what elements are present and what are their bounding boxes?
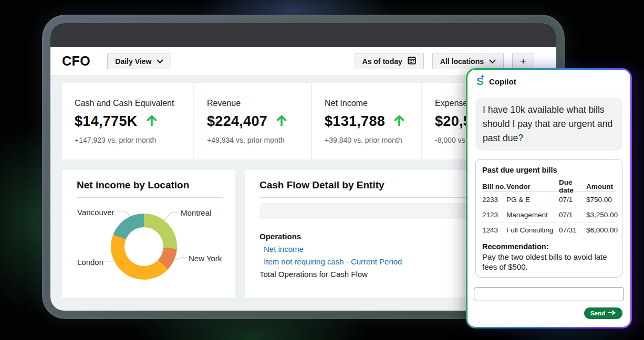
kpi-label: Revenue — [207, 99, 311, 108]
cell-amount: $750.00 — [586, 196, 616, 204]
pie-label-london: London — [77, 258, 103, 267]
trend-up-icon — [276, 114, 287, 129]
send-button-label: Send — [590, 310, 605, 316]
col-vendor: Vendor — [506, 183, 559, 190]
kpi-delta: +49,934 vs. prior month — [207, 136, 311, 144]
cell-bill-no: 2123 — [482, 211, 506, 219]
pie-label-vancouver: Vancouver — [77, 208, 115, 217]
copilot-logo-icon: S+ — [476, 76, 484, 87]
add-button[interactable]: + — [512, 54, 534, 69]
col-due-date: Due date — [559, 178, 586, 194]
send-row: Send — [475, 307, 622, 319]
cell-bill-no: 1243 — [482, 226, 506, 234]
pie-label-montreal: Montreal — [181, 208, 211, 217]
page-title: CFO — [62, 54, 90, 69]
past-due-bills-card: Past due urgent bills Bill no. Vendor Du… — [475, 159, 622, 278]
kpi-value: $131,788 — [325, 113, 385, 130]
table-row: 1243 Full Consulting 07/31 $6,000.00 — [482, 222, 616, 238]
bills-table: Bill no. Vendor Due date Amount 2233 PG … — [482, 178, 616, 238]
recommendation-label: Recommendation: — [482, 242, 616, 251]
location-filter-label: All locations — [440, 57, 484, 66]
kpi-label: Cash and Cash Equivalent — [75, 99, 193, 108]
cell-vendor: PG & E — [506, 196, 559, 204]
cell-vendor: Full Consulting — [506, 226, 559, 234]
col-amount: Amount — [586, 183, 616, 190]
copilot-title: Copilot — [489, 77, 516, 86]
cell-vendor: Management — [506, 211, 559, 219]
window-chrome-bar — [50, 23, 556, 47]
donut-hole — [124, 227, 163, 266]
cell-amount: $6,000.00 — [586, 226, 618, 234]
kpi-card-revenue: Revenue $224,407 +49,934 vs. prior month — [194, 83, 311, 160]
cell-amount: $3,250.00 — [586, 211, 618, 219]
calendar-icon — [408, 56, 416, 66]
chevron-down-icon — [489, 57, 496, 66]
copilot-message-input[interactable] — [474, 287, 624, 301]
recommendation-text: Pay the two oldest bills to avoid late f… — [482, 252, 616, 272]
trend-up-icon — [393, 114, 405, 129]
cell-due-date: 07/1 — [559, 196, 586, 204]
kpi-card-cash: Cash and Cash Equivalent $14,775K +147,9… — [62, 83, 193, 160]
date-filter-label: As of today — [362, 57, 402, 66]
copilot-panel: S+ Copilot I have 10k available what bil… — [466, 68, 632, 328]
send-button[interactable]: Send — [584, 307, 622, 319]
table-row: 2233 PG & E 07/1 $750.00 — [482, 192, 616, 207]
table-row: 2123 Management 07/1 $3,250.00 — [482, 207, 616, 222]
copilot-header: S+ Copilot — [475, 75, 622, 92]
user-message-bubble: I have 10k available what bills should I… — [475, 98, 622, 151]
pie-label-new-york: New York — [189, 254, 222, 263]
chart-title: Net income by Location — [77, 179, 223, 198]
bills-table-header: Bill no. Vendor Due date Amount — [482, 178, 616, 192]
col-bill-no: Bill no. — [482, 183, 506, 190]
net-income-by-location-card: Net income by Location Vancouver — [62, 170, 235, 298]
bills-card-title: Past due urgent bills — [482, 166, 616, 174]
page-background: CFO Daily View As of today All — [0, 0, 644, 340]
location-filter-dropdown[interactable]: All locations — [432, 54, 504, 69]
kpi-delta: +39,840 vs. prior month — [325, 136, 421, 144]
cell-bill-no: 2233 — [482, 196, 506, 204]
kpi-value: $14,775K — [75, 113, 138, 130]
cell-due-date: 07/1 — [559, 211, 586, 219]
trend-up-icon — [146, 114, 158, 129]
kpi-label: Net Income — [325, 99, 421, 108]
view-selector-dropdown[interactable]: Daily View — [107, 54, 171, 69]
date-filter-button[interactable]: As of today — [355, 54, 424, 69]
view-selector-label: Daily View — [115, 57, 151, 66]
chevron-down-icon — [157, 57, 163, 66]
cell-due-date: 07/31 — [559, 226, 586, 234]
donut-chart-zone: Vancouver Montreal London New York — [62, 197, 235, 298]
kpi-card-net-income: Net Income $131,788 +39,840 vs. prior mo… — [312, 83, 421, 160]
kpi-delta: +147,923 vs. prior month — [75, 136, 193, 144]
toolbar-right-group: As of today All locations + — [355, 54, 534, 69]
kpi-value: $224,407 — [207, 113, 267, 130]
send-arrow-icon — [608, 310, 616, 317]
